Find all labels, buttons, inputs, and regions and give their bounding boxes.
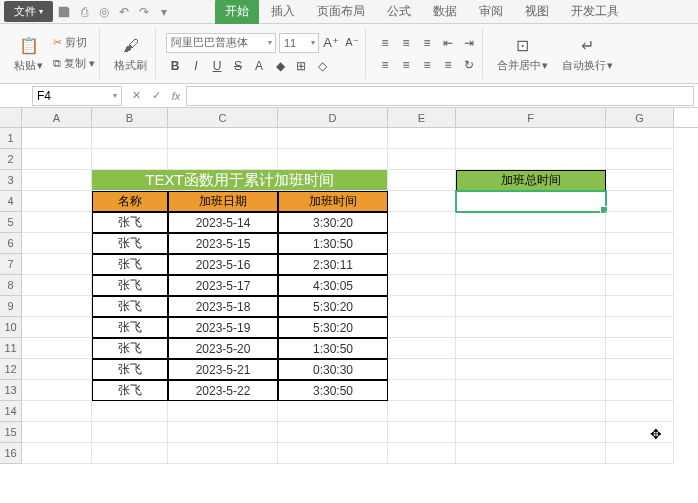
cell[interactable]: 2023-5-16 (168, 254, 278, 275)
cell[interactable] (168, 401, 278, 422)
fx-icon[interactable]: fx (166, 86, 186, 106)
cell[interactable] (278, 401, 388, 422)
cell[interactable] (22, 212, 92, 233)
cell[interactable]: 张飞 (92, 338, 168, 359)
tab-data[interactable]: 数据 (423, 0, 467, 24)
cell[interactable]: 张飞 (92, 359, 168, 380)
cell[interactable] (606, 296, 674, 317)
cell[interactable]: 2023-5-14 (168, 212, 278, 233)
font-size-select[interactable]: 11 (279, 33, 319, 53)
cut-button[interactable]: ✂剪切 (53, 35, 95, 50)
cell[interactable] (456, 443, 606, 464)
tab-dev[interactable]: 开发工具 (561, 0, 629, 24)
cell[interactable]: 0:30:30 (278, 359, 388, 380)
cell[interactable] (456, 338, 606, 359)
cell[interactable] (606, 443, 674, 464)
row-header[interactable]: 9 (0, 296, 22, 317)
cell[interactable] (456, 212, 606, 233)
cell[interactable] (22, 359, 92, 380)
decrease-font-icon[interactable]: A⁻ (343, 34, 361, 52)
grid[interactable]: 123TEXT函数用于累计加班时间加班总时间4名称加班日期加班时间5张飞2023… (0, 128, 698, 464)
cell[interactable] (168, 422, 278, 443)
cell[interactable] (456, 422, 606, 443)
cell[interactable] (606, 275, 674, 296)
cell[interactable]: 1:30:50 (278, 338, 388, 359)
preview-icon[interactable]: ◎ (95, 3, 113, 21)
cell[interactable] (22, 338, 92, 359)
cell[interactable]: 张飞 (92, 296, 168, 317)
cell[interactable] (606, 401, 674, 422)
cell[interactable] (606, 380, 674, 401)
cell[interactable]: 名称 (92, 191, 168, 212)
cell[interactable] (456, 149, 606, 170)
cell[interactable] (606, 254, 674, 275)
tab-review[interactable]: 审阅 (469, 0, 513, 24)
formula-bar[interactable] (186, 86, 694, 106)
col-header[interactable]: G (606, 108, 674, 127)
row-header[interactable]: 5 (0, 212, 22, 233)
align-top-icon[interactable]: ≡ (376, 34, 394, 52)
cell[interactable] (22, 233, 92, 254)
cell[interactable] (606, 149, 674, 170)
cell[interactable] (456, 233, 606, 254)
cell[interactable] (456, 128, 606, 149)
col-header[interactable]: A (22, 108, 92, 127)
distribute-icon[interactable]: ≡ (439, 56, 457, 74)
underline-button[interactable]: U (208, 57, 226, 75)
strike-button[interactable]: S (229, 57, 247, 75)
cell[interactable] (456, 401, 606, 422)
cell[interactable] (92, 401, 168, 422)
cell[interactable]: 5:30:20 (278, 317, 388, 338)
align-bottom-icon[interactable]: ≡ (418, 34, 436, 52)
cell[interactable] (22, 422, 92, 443)
cell[interactable] (22, 149, 92, 170)
redo-icon[interactable]: ↷ (135, 3, 153, 21)
fill-color-button[interactable]: ◆ (271, 57, 289, 75)
qat-more-icon[interactable]: ▾ (155, 3, 173, 21)
cell[interactable] (456, 296, 606, 317)
cell[interactable]: 2023-5-20 (168, 338, 278, 359)
cell[interactable]: 3:30:50 (278, 380, 388, 401)
merge-center-button[interactable]: ⊡ 合并居中▾ (493, 35, 552, 73)
cell[interactable] (456, 254, 606, 275)
file-menu[interactable]: 文件 (4, 1, 53, 22)
row-header[interactable]: 12 (0, 359, 22, 380)
cell[interactable]: 张飞 (92, 317, 168, 338)
cell[interactable] (388, 443, 456, 464)
row-header[interactable]: 1 (0, 128, 22, 149)
row-header[interactable]: 11 (0, 338, 22, 359)
cell[interactable] (456, 275, 606, 296)
row-header[interactable]: 3 (0, 170, 22, 191)
font-name-select[interactable]: 阿里巴巴普惠体 (166, 33, 276, 53)
indent-left-icon[interactable]: ⇤ (439, 34, 457, 52)
bold-button[interactable]: B (166, 57, 184, 75)
border-button[interactable]: ⊞ (292, 57, 310, 75)
cell[interactable]: 加班时间 (278, 191, 388, 212)
cell[interactable] (606, 359, 674, 380)
cell[interactable] (22, 380, 92, 401)
orientation-icon[interactable]: ↻ (460, 56, 478, 74)
row-header[interactable]: 6 (0, 233, 22, 254)
cell[interactable] (388, 296, 456, 317)
indent-right-icon[interactable]: ⇥ (460, 34, 478, 52)
clear-format-button[interactable]: ◇ (313, 57, 331, 75)
print-icon[interactable]: ⎙ (75, 3, 93, 21)
cell[interactable] (278, 128, 388, 149)
cell[interactable]: 2023-5-21 (168, 359, 278, 380)
copy-button[interactable]: ⧉复制▾ (53, 56, 95, 71)
col-header[interactable]: C (168, 108, 278, 127)
cell[interactable] (388, 212, 456, 233)
align-center-icon[interactable]: ≡ (397, 56, 415, 74)
row-header[interactable]: 14 (0, 401, 22, 422)
accept-formula-icon[interactable]: ✓ (146, 86, 166, 106)
paste-button[interactable]: 📋 粘贴▾ (10, 35, 47, 73)
row-header[interactable]: 16 (0, 443, 22, 464)
cell[interactable] (388, 359, 456, 380)
row-header[interactable]: 7 (0, 254, 22, 275)
cell[interactable] (388, 338, 456, 359)
tab-insert[interactable]: 插入 (261, 0, 305, 24)
cell[interactable]: 3:30:20 (278, 212, 388, 233)
cell[interactable] (606, 422, 674, 443)
tab-start[interactable]: 开始 (215, 0, 259, 24)
tab-formula[interactable]: 公式 (377, 0, 421, 24)
